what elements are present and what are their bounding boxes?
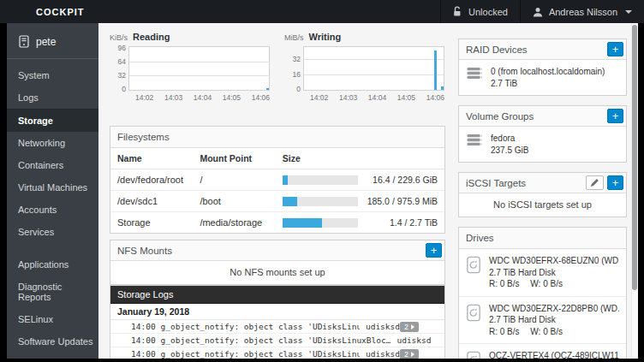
- volume-groups-header: Volume Groups +: [459, 106, 626, 127]
- sidebar: pete System Logs Storage Networking Cont…: [7, 23, 98, 359]
- filesystems-header: Filesystems: [110, 127, 444, 148]
- filesystems-table: Name Mount Point Size /dev/fedora/root /…: [110, 148, 444, 233]
- usage-label: 185.0 / 975.9 MiB: [365, 196, 438, 206]
- log-count: 2: [404, 350, 408, 359]
- drive-item[interactable]: WDC WD30EFRX-68EUZN0 (WD… 2.7 TiB Hard D…: [459, 249, 626, 297]
- sidebar-item-logs[interactable]: Logs: [7, 86, 98, 109]
- reading-chart-plot: 96 64 32 0: [128, 46, 270, 91]
- log-message: g_object_notify: object class 'UDisksLin…: [161, 349, 360, 359]
- reading-x-axis: 14:02 14:03 14:04 14:05 14:06: [128, 91, 270, 102]
- filesystem-row[interactable]: /dev/sdc1 /boot 185.0 / 975.9 MiB: [110, 191, 444, 212]
- writing-chart-title: Writing: [309, 32, 342, 42]
- raid-device-size: 2.7 TiB: [491, 78, 605, 90]
- sidebar-item-software-updates[interactable]: Software Updates: [7, 330, 98, 353]
- filesystem-row[interactable]: /dev/fedora/root / 16.4 / 229.6 GiB: [110, 169, 444, 191]
- expand-arrow-icon: [411, 324, 414, 329]
- x-tick: 14:06: [252, 93, 270, 102]
- lock-status-button[interactable]: Unlocked: [440, 0, 520, 23]
- y-tick: 32: [110, 71, 126, 80]
- x-tick: 14:05: [223, 93, 241, 102]
- sidebar-item-system[interactable]: System: [7, 64, 98, 86]
- reading-chart-title: Reading: [133, 32, 170, 42]
- chevron-down-icon: [625, 10, 632, 14]
- reading-chart: KiB/s Reading 96 64 32 0 14:02 14:03 14:…: [110, 32, 270, 102]
- raid-disks-icon: [466, 66, 483, 80]
- pencil-icon: [590, 178, 599, 187]
- add-raid-device-button[interactable]: +: [607, 42, 623, 56]
- add-iscsi-target-button[interactable]: +: [607, 175, 623, 190]
- volume-group-size: 237.5 GiB: [491, 145, 528, 157]
- add-nfs-mount-button[interactable]: +: [426, 243, 442, 258]
- x-tick: 14:02: [135, 93, 153, 102]
- drive-name: WDC WD30EFRX-68EUZN0 (WD…: [489, 255, 619, 267]
- drive-item[interactable]: WDC WD30EZRX-22D8PB0 (WD… 2.7 TiB Hard D…: [459, 297, 626, 345]
- hard-drive-icon: [466, 255, 481, 274]
- sidebar-item-virtual-machines[interactable]: Virtual Machines: [7, 176, 98, 199]
- raid-device-item[interactable]: 0 (from localhost.localdomain) 2.7 TiB: [459, 60, 626, 95]
- sidebar-item-selinux[interactable]: SELinux: [7, 308, 98, 330]
- expand-arrow-icon: [411, 352, 414, 357]
- hard-drive-icon: [466, 350, 481, 359]
- log-count-badge: 2: [400, 349, 419, 359]
- sidebar-divider: [7, 58, 98, 59]
- writing-x-axis: 14:02 14:03 14:04 14:05 14:06: [303, 91, 444, 102]
- volume-group-icon: [466, 133, 483, 147]
- y-tick: 0: [285, 85, 301, 93]
- storage-logs-header: Storage Logs: [110, 286, 444, 304]
- log-source: udisksd: [397, 335, 431, 345]
- user-menu-button[interactable]: Andreas Nilsson: [520, 0, 644, 23]
- sidebar-item-storage[interactable]: Storage: [7, 109, 98, 132]
- log-entry[interactable]: 14:00 g_object_notify: object class 'UDi…: [110, 334, 444, 347]
- drive-write-rate: W: 0 B/s: [530, 327, 563, 336]
- x-tick: 14:06: [426, 93, 444, 102]
- y-tick: 32: [285, 55, 301, 63]
- sidebar-item-diagnostic-reports[interactable]: Diagnostic Reports: [7, 276, 98, 308]
- drive-item[interactable]: OCZ-VERTEX4 (OCZ-489ICLW11… 238.5 GiB So…: [459, 344, 626, 359]
- x-tick: 14:04: [368, 93, 386, 102]
- drive-write-rate: W: 0 B/s: [530, 279, 563, 288]
- column-mount-point: Mount Point: [193, 148, 275, 169]
- x-tick: 14:05: [397, 93, 415, 102]
- sidebar-item-services[interactable]: Services: [7, 221, 98, 243]
- scrollbar-thumb[interactable]: [632, 25, 637, 290]
- host-icon: [18, 35, 30, 48]
- drives-header: Drives: [459, 228, 626, 249]
- vertical-scrollbar[interactable]: [631, 23, 638, 359]
- drive-name: WDC WD30EZRX-22D8PB0 (WD…: [489, 303, 619, 315]
- log-entry[interactable]: 14:00 g_object_notify: object class 'UDi…: [110, 320, 444, 334]
- column-size: Size: [276, 148, 444, 169]
- usage-bar: [283, 197, 358, 206]
- sidebar-item-terminal[interactable]: Terminal: [7, 353, 98, 359]
- raid-device-name: 0 (from localhost.localdomain): [491, 66, 605, 78]
- sidebar-item-containers[interactable]: Containers: [7, 154, 98, 176]
- y-tick: 0: [110, 85, 126, 93]
- x-tick: 14:04: [194, 93, 212, 102]
- log-time: 14:00: [131, 349, 156, 359]
- edit-iscsi-button[interactable]: [586, 175, 604, 190]
- sidebar-item-accounts[interactable]: Accounts: [7, 199, 98, 221]
- add-volume-group-button[interactable]: +: [607, 109, 623, 123]
- usage-bar: [283, 175, 358, 185]
- reading-series-mark: [266, 88, 269, 90]
- log-entry[interactable]: 14:00 g_object_notify: object class 'UDi…: [110, 347, 444, 359]
- log-time: 14:00: [131, 335, 156, 345]
- unlock-icon: [453, 6, 462, 17]
- volume-group-name: fedora: [491, 133, 528, 145]
- write-spike-mark: [434, 50, 437, 90]
- sidebar-item-networking[interactable]: Networking: [7, 132, 98, 154]
- x-tick: 14:03: [164, 93, 182, 102]
- fs-mount: /: [193, 169, 275, 191]
- usage-label: 1.4 / 2.7 TiB: [365, 217, 438, 228]
- storage-page: KiB/s Reading 96 64 32 0 14:02 14:03 14:…: [98, 23, 638, 359]
- filesystem-row[interactable]: Storage /media/storage 1.4 / 2.7 TiB: [110, 212, 444, 234]
- volume-groups-title: Volume Groups: [466, 111, 534, 122]
- fs-name: /dev/sdc1: [110, 191, 193, 212]
- fs-name: Storage: [110, 212, 193, 234]
- log-source: udisksd: [366, 322, 400, 331]
- volume-group-item[interactable]: fedora 237.5 GiB: [459, 127, 626, 162]
- sidebar-item-applications[interactable]: Applications: [7, 253, 98, 276]
- usage-label: 16.4 / 229.6 GiB: [365, 175, 438, 185]
- nfs-mounts-panel: NFS Mounts + No NFS mounts set up: [110, 240, 445, 285]
- y-tick: 16: [285, 70, 301, 79]
- host-selector[interactable]: pete: [7, 23, 98, 58]
